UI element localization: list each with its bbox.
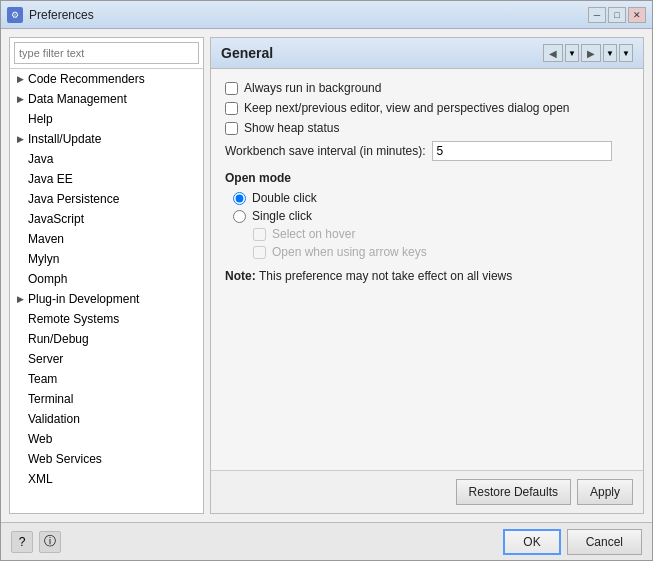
sidebar-item-xml[interactable]: XML xyxy=(10,469,203,489)
sidebar-item-oomph[interactable]: Oomph xyxy=(10,269,203,289)
info-icon-button[interactable]: ⓘ xyxy=(39,531,61,553)
sidebar-item-code-recommenders[interactable]: Code Recommenders xyxy=(10,69,203,89)
double-click-radio[interactable] xyxy=(233,192,246,205)
java-persistence-arrow xyxy=(14,193,26,205)
install-update-label: Install/Update xyxy=(28,132,101,146)
always-run-bg-row: Always run in background xyxy=(225,81,629,95)
terminal-label: Terminal xyxy=(28,392,73,406)
single-click-radio[interactable] xyxy=(233,210,246,223)
help-icon-button[interactable]: ? xyxy=(11,531,33,553)
sidebar-item-install-update[interactable]: Install/Update xyxy=(10,129,203,149)
xml-arrow xyxy=(14,473,26,485)
plugin-development-arrow xyxy=(14,293,26,305)
nav-back-button[interactable]: ◀ xyxy=(543,44,563,62)
java-persistence-label: Java Persistence xyxy=(28,192,119,206)
mylyn-arrow xyxy=(14,253,26,265)
note-text: Note: This preference may not take effec… xyxy=(225,269,629,283)
open-arrow-keys-row: Open when using arrow keys xyxy=(253,245,629,259)
sub-options: Select on hover Open when using arrow ke… xyxy=(225,227,629,259)
panel-title: General xyxy=(221,45,273,61)
select-on-hover-label: Select on hover xyxy=(272,227,355,241)
filter-input[interactable] xyxy=(14,42,199,64)
close-button[interactable]: ✕ xyxy=(628,7,646,23)
apply-button[interactable]: Apply xyxy=(577,479,633,505)
sidebar-item-mylyn[interactable]: Mylyn xyxy=(10,249,203,269)
sidebar-item-server[interactable]: Server xyxy=(10,349,203,369)
always-run-bg-checkbox[interactable] xyxy=(225,82,238,95)
data-management-arrow xyxy=(14,93,26,105)
plugin-development-label: Plug-in Development xyxy=(28,292,139,306)
server-arrow xyxy=(14,353,26,365)
sidebar-item-web[interactable]: Web xyxy=(10,429,203,449)
show-heap-checkbox[interactable] xyxy=(225,122,238,135)
panel-nav: ◀ ▼ ▶ ▼ ▼ xyxy=(543,44,633,62)
always-run-bg-label: Always run in background xyxy=(244,81,381,95)
web-arrow xyxy=(14,433,26,445)
workbench-save-label: Workbench save interval (in minutes): xyxy=(225,144,426,158)
sidebar-item-maven[interactable]: Maven xyxy=(10,229,203,249)
sidebar-item-remote-systems[interactable]: Remote Systems xyxy=(10,309,203,329)
workbench-save-row: Workbench save interval (in minutes): xyxy=(225,141,629,161)
select-on-hover-checkbox[interactable] xyxy=(253,228,266,241)
open-arrow-keys-checkbox[interactable] xyxy=(253,246,266,259)
bottom-right-buttons: OK Cancel xyxy=(503,529,642,555)
nav-menu-dropdown[interactable]: ▼ xyxy=(619,44,633,62)
sidebar-item-data-management[interactable]: Data Management xyxy=(10,89,203,109)
oomph-arrow xyxy=(14,273,26,285)
team-label: Team xyxy=(28,372,57,386)
ok-button[interactable]: OK xyxy=(503,529,560,555)
java-ee-label: Java EE xyxy=(28,172,73,186)
maven-arrow xyxy=(14,233,26,245)
double-click-label: Double click xyxy=(252,191,317,205)
sidebar-item-validation[interactable]: Validation xyxy=(10,409,203,429)
remote-systems-arrow xyxy=(14,313,26,325)
sidebar-item-terminal[interactable]: Terminal xyxy=(10,389,203,409)
bottom-icons: ? ⓘ xyxy=(11,531,61,553)
validation-arrow xyxy=(14,413,26,425)
sidebar-filter-container xyxy=(10,38,203,69)
sidebar-item-team[interactable]: Team xyxy=(10,369,203,389)
titlebar: ⚙ Preferences ─ □ ✕ xyxy=(1,1,652,29)
sidebar-item-plugin-development[interactable]: Plug-in Development xyxy=(10,289,203,309)
sidebar-item-java-ee[interactable]: Java EE xyxy=(10,169,203,189)
sidebar-item-run-debug[interactable]: Run/Debug xyxy=(10,329,203,349)
data-management-label: Data Management xyxy=(28,92,127,106)
sidebar-item-java-persistence[interactable]: Java Persistence xyxy=(10,189,203,209)
show-heap-label: Show heap status xyxy=(244,121,339,135)
nav-forward-dropdown[interactable]: ▼ xyxy=(603,44,617,62)
titlebar-buttons: ─ □ ✕ xyxy=(588,7,646,23)
web-label: Web xyxy=(28,432,52,446)
web-services-label: Web Services xyxy=(28,452,102,466)
web-services-arrow xyxy=(14,453,26,465)
mylyn-label: Mylyn xyxy=(28,252,59,266)
nav-back-dropdown[interactable]: ▼ xyxy=(565,44,579,62)
sidebar-item-javascript[interactable]: JavaScript xyxy=(10,209,203,229)
bottom-bar: ? ⓘ OK Cancel xyxy=(1,522,652,560)
cancel-button[interactable]: Cancel xyxy=(567,529,642,555)
maximize-button[interactable]: □ xyxy=(608,7,626,23)
show-heap-row: Show heap status xyxy=(225,121,629,135)
keep-next-prev-checkbox[interactable] xyxy=(225,102,238,115)
panel-body: Always run in background Keep next/previ… xyxy=(211,69,643,470)
open-mode-title: Open mode xyxy=(225,171,629,185)
open-arrow-keys-label: Open when using arrow keys xyxy=(272,245,427,259)
nav-forward-button[interactable]: ▶ xyxy=(581,44,601,62)
maven-label: Maven xyxy=(28,232,64,246)
help-label: Help xyxy=(28,112,53,126)
select-on-hover-row: Select on hover xyxy=(253,227,629,241)
java-ee-arrow xyxy=(14,173,26,185)
restore-defaults-button[interactable]: Restore Defaults xyxy=(456,479,571,505)
main-content: Code RecommendersData ManagementHelpInst… xyxy=(1,29,652,522)
sidebar: Code RecommendersData ManagementHelpInst… xyxy=(9,37,204,514)
keep-next-prev-label: Keep next/previous editor, view and pers… xyxy=(244,101,570,115)
window-icon: ⚙ xyxy=(7,7,23,23)
workbench-save-input[interactable] xyxy=(432,141,612,161)
sidebar-item-java[interactable]: Java xyxy=(10,149,203,169)
panel-footer: Restore Defaults Apply xyxy=(211,470,643,513)
sidebar-item-web-services[interactable]: Web Services xyxy=(10,449,203,469)
team-arrow xyxy=(14,373,26,385)
sidebar-item-help[interactable]: Help xyxy=(10,109,203,129)
remote-systems-label: Remote Systems xyxy=(28,312,119,326)
minimize-button[interactable]: ─ xyxy=(588,7,606,23)
sidebar-tree[interactable]: Code RecommendersData ManagementHelpInst… xyxy=(10,69,203,513)
